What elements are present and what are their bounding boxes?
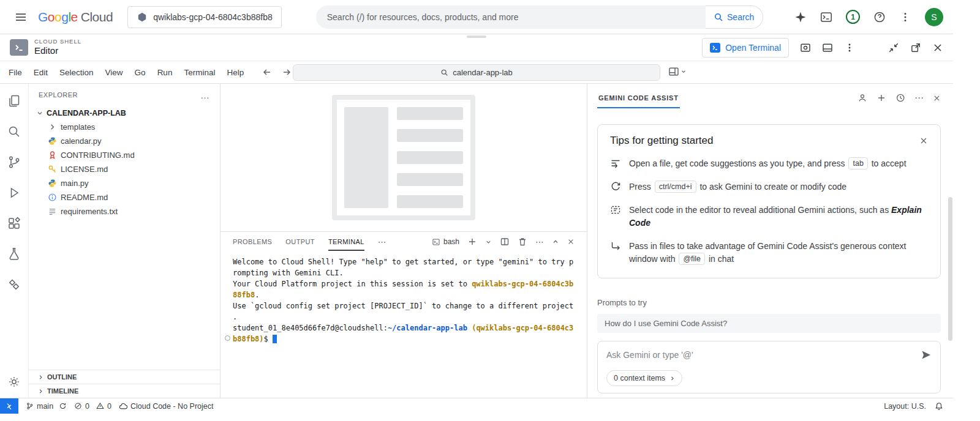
gemini-input[interactable] (606, 350, 921, 360)
menu-terminal[interactable]: Terminal (184, 68, 215, 77)
menu-run[interactable]: Run (157, 68, 173, 77)
minimize-icon[interactable] (888, 42, 899, 53)
gcp-header-actions: 1 S (794, 8, 943, 26)
menu-selection[interactable]: Selection (59, 68, 94, 77)
cloud-code-diamonds-icon[interactable] (7, 277, 21, 292)
close-icon[interactable] (932, 42, 943, 53)
close-tips-icon[interactable] (919, 136, 928, 145)
open-new-window-icon[interactable] (910, 42, 921, 53)
terminal-dropdown-icon[interactable] (485, 239, 492, 245)
new-terminal-icon[interactable] (467, 237, 477, 247)
menu-file[interactable]: File (9, 68, 22, 77)
panel-tabs-more-icon[interactable]: ⋯ (378, 237, 386, 247)
prompt-suggestion[interactable]: How do I use Gemini Code Assist? (597, 314, 941, 333)
history-icon[interactable] (895, 93, 905, 103)
menu-help[interactable]: Help (227, 68, 244, 77)
terminal[interactable]: Welcome to Cloud Shell! Type "help" to g… (221, 251, 587, 398)
shell-selector[interactable]: bash (432, 237, 459, 246)
gcp-header: Google Cloud qwiklabs-gcp-04-6804c3b88fb… (0, 0, 953, 34)
test-beaker-icon[interactable] (7, 247, 21, 261)
chevron-down-icon (36, 110, 43, 117)
source-control-icon[interactable] (7, 155, 21, 170)
file-LICENSE.md[interactable]: LICENSE.md (29, 162, 220, 176)
menu-go[interactable]: Go (135, 68, 146, 77)
file-requirements.txt[interactable]: requirements.txt (29, 204, 220, 218)
tips-list: Open a file, get code suggestions as you… (610, 157, 928, 266)
menu-view[interactable]: View (105, 68, 123, 77)
web-preview-icon[interactable] (800, 42, 811, 53)
close-gemini-panel-icon[interactable] (933, 94, 941, 102)
explorer-title: EXPLORER (39, 91, 78, 99)
md-license-icon (47, 165, 57, 174)
errors-icon (74, 402, 82, 410)
terminal-status-dot (225, 335, 230, 341)
search-input[interactable] (316, 6, 706, 29)
global-search: Search (316, 6, 763, 29)
gemini-scrollbar-thumb[interactable] (948, 197, 952, 341)
prompts-to-try-label: Prompts to try (597, 298, 941, 307)
settings-gear-icon[interactable] (7, 374, 21, 389)
tip-item: Press ctrl/cmd+i to ask Gemini to create… (610, 181, 928, 193)
panel-drag-handle[interactable] (467, 35, 486, 38)
tab-terminal[interactable]: TERMINAL (328, 233, 364, 251)
keyboard-layout-label[interactable]: Layout: U.S. (884, 402, 926, 411)
billing-credit-badge[interactable]: 1 (846, 10, 860, 24)
menu-edit[interactable]: Edit (34, 68, 48, 77)
bell-icon[interactable] (935, 402, 943, 411)
menubar: FileEditSelectionViewGoRunTerminalHelp c… (0, 61, 953, 84)
activate-cloud-shell-icon[interactable] (820, 11, 832, 23)
panel-tabs-row: PROBLEMSOUTPUTTERMINAL ⋯ bash (221, 232, 587, 251)
new-chat-icon[interactable] (876, 93, 886, 103)
tip-modify-icon (610, 181, 621, 192)
explorer-more-button[interactable]: … (200, 90, 210, 100)
forward-arrow-icon[interactable] (282, 67, 292, 77)
graphic-bars (397, 107, 463, 208)
git-branch-status[interactable]: main (26, 402, 67, 411)
shell-more-vertical-icon[interactable] (844, 42, 855, 53)
kill-terminal-trash-icon[interactable] (518, 237, 527, 247)
activity-bar (0, 84, 29, 398)
back-arrow-icon[interactable] (262, 67, 272, 77)
open-terminal-button[interactable]: Open Terminal (702, 38, 789, 58)
search-button-label: Search (727, 12, 754, 22)
chevron-right-icon (37, 388, 44, 395)
command-center-search[interactable]: calendar-app-lab (293, 64, 660, 81)
file-main.py[interactable]: main.py (29, 176, 220, 190)
timeline-section[interactable]: TIMELINE (29, 384, 220, 398)
remote-indicator[interactable] (0, 398, 18, 414)
tip-item: Select code in the editor to reveal addi… (610, 204, 928, 229)
cloud-code-status[interactable]: Cloud Code - No Project (119, 402, 213, 411)
help-icon[interactable] (873, 11, 886, 23)
gemini-more-icon[interactable]: ⋯ (914, 92, 924, 103)
send-icon[interactable] (921, 349, 932, 360)
tab-output[interactable]: OUTPUT (285, 233, 315, 251)
file-README.md[interactable]: README.md (29, 190, 220, 204)
outline-section[interactable]: OUTLINE (29, 370, 220, 384)
hamburger-menu-icon[interactable] (10, 6, 32, 28)
run-debug-icon[interactable] (7, 185, 21, 200)
project-selector[interactable]: qwiklabs-gcp-04-6804c3b88fb8 (127, 6, 282, 28)
gemini-sparkle-icon[interactable] (794, 11, 807, 23)
layout-toggle-button[interactable] (668, 66, 687, 77)
toggle-panel-icon[interactable] (822, 42, 833, 53)
tip-select-icon (610, 204, 621, 215)
split-terminal-icon[interactable] (500, 237, 510, 247)
avatar[interactable]: S (925, 8, 943, 26)
context-items-chip[interactable]: 0 context items (606, 370, 682, 386)
more-vertical-icon[interactable] (899, 11, 911, 23)
command-center-value: calendar-app-lab (453, 68, 513, 77)
panel-more-icon[interactable]: ⋯ (535, 237, 544, 247)
file-calendar.py[interactable]: calendar.py (29, 134, 220, 148)
explorer-icon[interactable] (7, 94, 21, 108)
search-sidebar-icon[interactable] (7, 124, 21, 139)
file-CONTRIBUTING.md[interactable]: CONTRIBUTING.md (29, 148, 220, 162)
extensions-icon[interactable] (7, 216, 21, 231)
account-icon[interactable] (858, 93, 867, 103)
close-panel-icon[interactable] (567, 238, 575, 245)
problems-status[interactable]: 0 0 (74, 402, 111, 411)
maximize-panel-icon[interactable] (552, 238, 559, 245)
tab-problems[interactable]: PROBLEMS (233, 233, 272, 251)
search-button[interactable]: Search (706, 6, 763, 29)
tree-root-folder[interactable]: CALENDAR-APP-LAB (29, 106, 220, 120)
file-templates[interactable]: templates (29, 120, 220, 134)
